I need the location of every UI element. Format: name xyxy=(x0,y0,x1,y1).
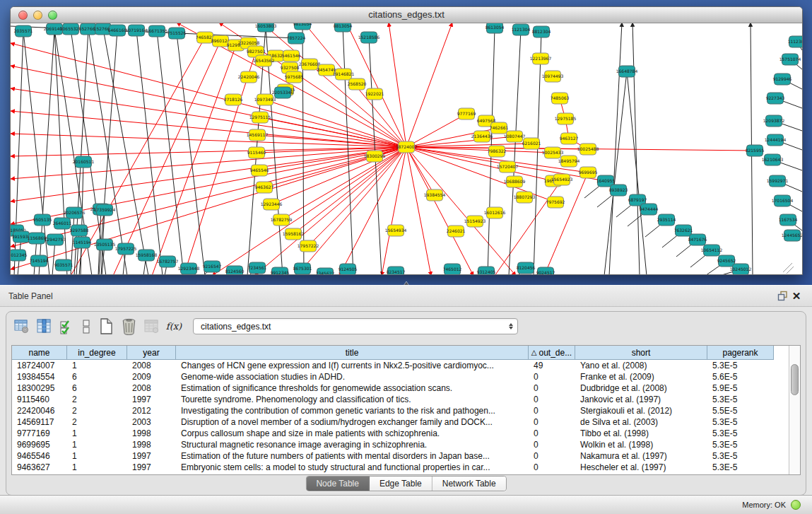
table-cell: 0 xyxy=(529,405,575,416)
graph-node-label: 7462661 xyxy=(490,125,509,130)
column-header-short[interactable]: short xyxy=(575,346,707,359)
table-cell: 1997 xyxy=(127,462,176,473)
graph-edge xyxy=(259,147,406,170)
table-row[interactable]: 911546021997Tourette syndrome. Phenomeno… xyxy=(12,394,774,405)
table-cell: 1997 xyxy=(127,450,176,462)
graph-node-label: 18724007 xyxy=(396,144,418,149)
nodes-layer: 2035571206914061065532755276671527662646… xyxy=(11,23,802,275)
graph-edge xyxy=(103,29,148,275)
table-body: 1872400712008Changes of HCN gene express… xyxy=(12,360,774,473)
graph-edge xyxy=(152,45,236,275)
network-graph[interactable]: 2035571206914061065532755276671527662646… xyxy=(11,23,802,275)
table-row[interactable]: 2242004622012Investigating the contribut… xyxy=(12,405,774,416)
table-cell: Structural magnetic resonance image aver… xyxy=(176,439,529,450)
vertical-scrollbar[interactable] xyxy=(789,346,800,474)
float-panel-icon[interactable] xyxy=(775,289,789,303)
graph-edge xyxy=(113,41,220,275)
graph-node-label: 8215955 xyxy=(746,148,765,153)
table-header-row: namein_degreeyeartitle△out_de...shortpag… xyxy=(12,346,774,360)
table-selector-dropdown[interactable]: citations_edges.txt xyxy=(193,318,518,334)
graph-node-label: 15654923 xyxy=(551,177,573,182)
graph-node-label: 22053346 xyxy=(272,90,294,95)
tab-edge-table[interactable]: Edge Table xyxy=(370,477,433,491)
close-button[interactable] xyxy=(18,11,28,20)
column-header-out_de[interactable]: △out_de... xyxy=(529,346,575,359)
table-row[interactable]: 1830029562008Estimation of significance … xyxy=(12,382,774,394)
table-row[interactable]: 1938455462009Genome-wide association stu… xyxy=(12,371,774,382)
tab-node-table[interactable]: Node Table xyxy=(306,477,370,491)
toggle-column-button[interactable] xyxy=(80,317,93,336)
graph-node-label: 2568520 xyxy=(348,81,367,86)
graph-node-label: 7986322 xyxy=(488,148,507,153)
graph-node-label: 13505135 xyxy=(94,242,116,247)
column-header-pagerank[interactable]: pagerank xyxy=(707,346,774,359)
close-panel-icon[interactable]: ✕ xyxy=(789,289,804,303)
column-header-in_degree[interactable]: in_degree xyxy=(67,346,127,359)
table-cell: Stergiakouli et al. (2012) xyxy=(575,405,707,416)
graph-node-label: 12444194 xyxy=(765,137,787,142)
graph-node-label: 1145194 xyxy=(73,240,92,245)
graph-node-label: 10688609 xyxy=(504,179,526,184)
table-cell: 5.3E-5 xyxy=(707,462,774,473)
graph-edge xyxy=(11,134,406,147)
table-row[interactable]: 1872400712008Changes of HCN gene express… xyxy=(12,360,774,371)
graph-node-label: 9505135 xyxy=(33,217,52,222)
graph-node-label: 15992971 xyxy=(767,178,789,183)
graph-node-label: 9827503 xyxy=(247,49,266,54)
table-cell: 2 xyxy=(67,405,127,416)
graph-node-label: 18300295 xyxy=(364,153,386,158)
column-header-name[interactable]: name xyxy=(12,346,67,359)
table-row[interactable]: 946554611997Estimation of the future num… xyxy=(12,450,774,462)
table-cell: Embryonic stem cells: a model to study s… xyxy=(176,462,529,473)
delete-button[interactable] xyxy=(119,317,138,336)
table-mode-button[interactable] xyxy=(12,317,30,336)
column-header-title[interactable]: title xyxy=(176,346,529,359)
graph-node-label: 14569117 xyxy=(247,132,269,137)
graph-node-label: 7345622 xyxy=(316,271,335,275)
table-type-tabs: Node TableEdge TableNetwork Table xyxy=(305,476,506,491)
table-cell: Tibbo et al. (1998) xyxy=(575,428,707,439)
table-cell: Estimation of the future numbers of pati… xyxy=(176,450,529,462)
graph-node-label: 9115460 xyxy=(247,150,266,155)
table-cell: 0 xyxy=(529,428,575,439)
table-cell: 5.3E-5 xyxy=(707,394,774,405)
table-row[interactable]: 1456911722003Disruption of a novel membe… xyxy=(12,416,774,428)
memory-ok-icon[interactable] xyxy=(791,500,801,510)
table-cell: Estimation of significance thresholds fo… xyxy=(176,382,529,394)
table-row[interactable]: 977716911998Corpus callosum shape and si… xyxy=(12,428,774,439)
column-header-year[interactable]: year xyxy=(127,346,176,359)
graph-edge xyxy=(343,26,353,275)
graph-node-label: 20206576 xyxy=(64,210,86,215)
graph-node-label: 7485063 xyxy=(551,95,570,100)
zoom-button[interactable] xyxy=(48,11,57,20)
graph-node-label: 12975185 xyxy=(555,116,577,121)
window-titlebar[interactable]: citations_edges.txt xyxy=(11,7,802,23)
table-row[interactable]: 969969511998Structural magnetic resonanc… xyxy=(12,439,774,450)
graph-node-label: 10025433 xyxy=(542,150,564,155)
graph-edge xyxy=(382,147,406,275)
table-cell: 0 xyxy=(529,439,575,450)
graph-node-label: 12923446 xyxy=(261,201,283,206)
table-cell: 9463627 xyxy=(12,462,67,473)
tab-network-table[interactable]: Network Table xyxy=(433,477,506,491)
show-columns-button[interactable] xyxy=(35,317,53,336)
new-column-button[interactable] xyxy=(97,317,115,336)
minimize-button[interactable] xyxy=(33,11,42,20)
table-cell: 9465546 xyxy=(12,450,67,462)
graph-edge xyxy=(184,52,256,275)
table-row[interactable]: 946362711997Embryonic stem cells: a mode… xyxy=(12,462,774,473)
table-cell: 1997 xyxy=(127,394,176,405)
graph-node-label: 8120456 xyxy=(517,265,536,270)
network-canvas[interactable]: 2035571206914061065532755276671527662646… xyxy=(11,23,802,275)
scrollbar-thumb[interactable] xyxy=(791,364,799,395)
function-builder-button[interactable]: f(x) xyxy=(165,317,183,336)
graph-node-label: 2646011 xyxy=(53,221,72,226)
graph-node-label: 17957225 xyxy=(115,246,137,251)
graph-node-label: 16012616 xyxy=(484,210,506,215)
graph-node-label: 19384554 xyxy=(424,192,446,197)
graph-node-label: 9312405 xyxy=(477,269,496,274)
select-all-button[interactable] xyxy=(57,317,76,336)
resize-grip-icon[interactable] xyxy=(783,263,794,274)
table-cell: 1 xyxy=(67,462,127,473)
graph-edge xyxy=(265,100,406,147)
